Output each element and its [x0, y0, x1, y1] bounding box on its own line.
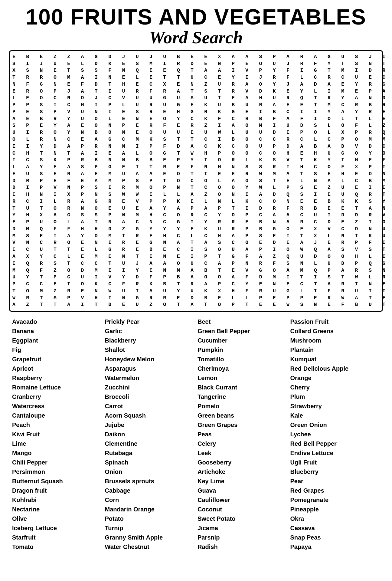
word-item: Persimmon — [12, 467, 102, 477]
word-item: Lemon — [198, 373, 287, 383]
word-item: Granny Smith Apple — [105, 533, 195, 542]
word-item: Gooseberry — [198, 458, 287, 467]
word-item: Romaine Lettuce — [12, 383, 102, 392]
word-item: Chili Pepper — [12, 458, 102, 467]
word-item: Cherimoya — [198, 364, 287, 373]
word-item: Red Grapes — [290, 486, 380, 495]
word-search-grid: E B E Z Z A G D J U J U B E E X A A S P … — [12, 54, 380, 308]
grid-row-30: I Q R S T C C T U J A A O U C A P N R F … — [12, 260, 380, 267]
grid-row-21: R C I L R A G R E V P P K E L N L K C O … — [12, 198, 380, 205]
word-item: Broccoli — [105, 392, 195, 402]
word-item: Kumquat — [290, 355, 380, 364]
word-item: Cranberry — [12, 392, 102, 402]
word-item: Nectarine — [12, 505, 102, 514]
word-item: Lime — [12, 439, 102, 448]
word-list: AvacadoBananaEggplantFigGrapefruitAprico… — [9, 317, 383, 552]
word-item: Pineapple — [290, 505, 380, 514]
grid-row-0: E B E Z Z A G D J U J U B E E X A A S P … — [12, 54, 380, 61]
word-item: Blueberry — [290, 467, 380, 477]
grid-row-9: A E B R Y U O L E N E O Y C K F C H B F … — [12, 116, 380, 123]
word-item: Parsnip — [198, 533, 287, 542]
word-item: Raspberry — [12, 373, 102, 383]
word-item: Carrot — [105, 402, 195, 411]
word-item: Jicama — [198, 524, 287, 533]
grid-row-19: D I P V N P S I R M O P N T C O O Y W L … — [12, 184, 380, 191]
word-item: Snap Peas — [290, 533, 380, 542]
grid-row-11: U I R O Y N B O N E O U U E U W L U U D … — [12, 129, 380, 136]
word-item: Red Delicious Apple — [290, 364, 380, 373]
word-item: Clementine — [105, 439, 195, 448]
word-item: Acorn Squash — [105, 411, 195, 420]
word-item: Cassava — [290, 524, 380, 533]
word-column-1: AvacadoBananaEggplantFigGrapefruitAprico… — [12, 317, 102, 552]
word-item: Apricot — [12, 364, 102, 373]
grid-row-16: L A Y E A S P O E I T R E F N M N S S R … — [12, 164, 380, 171]
word-item: Prickly Pear — [105, 317, 195, 327]
word-item: Lychee — [290, 430, 380, 439]
word-item: Tangerine — [198, 392, 287, 402]
word-item: Papaya — [290, 542, 380, 552]
word-item: Avacado — [12, 317, 102, 327]
page-title-sub: Word Search — [9, 28, 383, 47]
word-item: Cauliflower — [198, 495, 287, 505]
grid-row-33: P C C E I O K C F R K B T R A P C Y E N … — [12, 281, 380, 288]
word-item: Fig — [12, 345, 102, 355]
word-item: Starfruit — [12, 533, 102, 542]
word-item: Blackberry — [105, 336, 195, 345]
word-item: Olive — [12, 514, 102, 524]
word-item: Dragon fruit — [12, 486, 102, 495]
word-item: Red Bell Pepper — [290, 439, 380, 448]
word-item: Mango — [12, 448, 102, 458]
word-item: Honeydew Melon — [105, 355, 195, 364]
grid-row-5: E R O P J A T I U R F R A T S T R V D K … — [12, 88, 380, 95]
word-item: Peas — [198, 430, 287, 439]
word-item: Okra — [290, 514, 380, 524]
word-item: Jujube — [105, 420, 195, 430]
word-item: Pumpkin — [198, 345, 287, 355]
word-item: Coconut — [198, 505, 287, 514]
grid-row-1: S I I U E L D K E S M I R D E N P E O U … — [12, 61, 380, 67]
word-item: Pear — [290, 477, 380, 486]
puzzle-container: E B E Z Z A G D J U J U B E E X A A S P … — [9, 50, 383, 312]
grid-row-27: V N C R O E N I R E G N A T A S C O E D … — [12, 239, 380, 246]
word-item: Tomato — [12, 542, 102, 552]
word-item: Passion Fruit — [290, 317, 380, 327]
grid-row-22: T U T O R N O E U E A Y A P A P T I D R … — [12, 205, 380, 212]
grid-row-14: C H T N T A I E A L O G T W H P O O C O … — [12, 150, 380, 157]
grid-row-23: Y H X A G S S P N M H C O R C Y O P C A … — [12, 212, 380, 219]
grid-row-28: E C U T T E L G R E B E C I S O U A P I … — [12, 246, 380, 253]
word-item: Collard Greens — [290, 327, 380, 336]
word-item: Guava — [198, 486, 287, 495]
word-item: Zucchini — [105, 383, 195, 392]
grid-row-8: P E S P V U N I E S R E H G R K G E I B … — [12, 109, 380, 116]
word-item: Garlic — [105, 327, 195, 336]
word-item: Leek — [198, 448, 287, 458]
word-item: Banana — [12, 327, 102, 336]
word-item: Endive Lettuce — [290, 448, 380, 458]
word-item: Corn — [105, 495, 195, 505]
word-item: Key Lime — [198, 477, 287, 486]
word-item: Pomegranate — [290, 495, 380, 505]
word-item: Beet — [198, 317, 287, 327]
word-item: Onion — [105, 467, 195, 477]
grid-row-26: M S E I A Y O M I R E H C L C H A P S E … — [12, 233, 380, 240]
word-item: Plantain — [290, 345, 380, 355]
word-item: Black Currant — [198, 383, 287, 392]
word-item: Cantaloupe — [12, 411, 102, 420]
word-column-2: Prickly PearGarlicBlackberryShallotHoney… — [105, 317, 195, 552]
word-item: Eggplant — [12, 336, 102, 345]
word-item: Kohlrabi — [12, 495, 102, 505]
word-item: Cherry — [290, 383, 380, 392]
word-item: Strawberry — [290, 402, 380, 411]
word-item: Kale — [290, 411, 380, 420]
word-item: Green Bell Pepper — [198, 327, 287, 336]
word-item: Pomelo — [198, 402, 287, 411]
word-item: Watermelon — [105, 373, 195, 383]
word-item: Iceberg Lettuce — [12, 524, 102, 533]
grid-row-13: I I Y D A P R N N I P F D A C K C O U P … — [12, 143, 380, 150]
word-item: Green beans — [198, 411, 287, 420]
grid-row-31: M Q F Z O D M I I Y E N M A B T E V G O … — [12, 267, 380, 274]
word-column-4: Passion FruitCollard GreensMushroomPlant… — [290, 317, 380, 552]
word-column-3: BeetGreen Bell PepperCucumberPumpkinToma… — [198, 317, 287, 552]
grid-row-6: L E O C N D J C V U U G U S U I E A H U … — [12, 95, 380, 102]
